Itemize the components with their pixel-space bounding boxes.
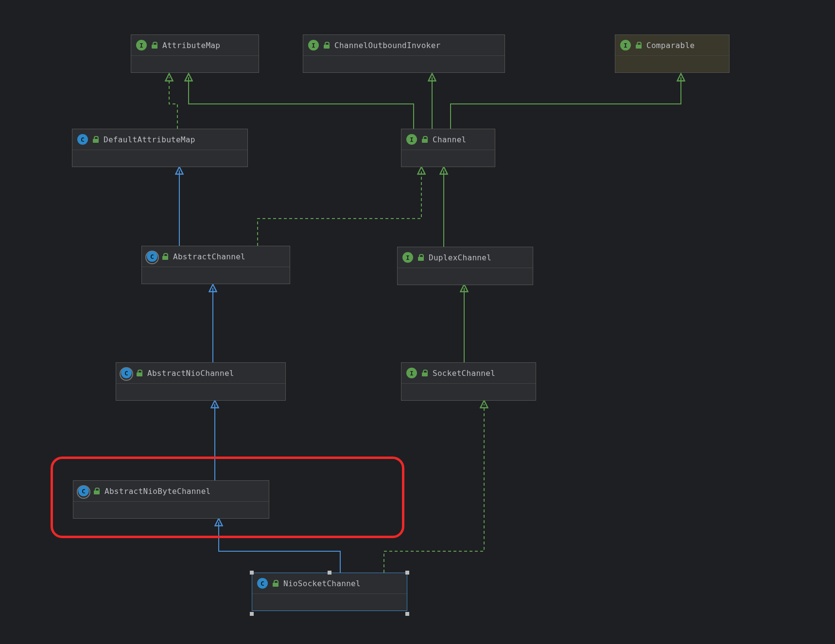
node-label: AbstractNioByteChannel xyxy=(104,487,211,496)
interface-icon: I xyxy=(620,40,631,51)
lock-icon xyxy=(418,254,424,261)
node-label: ChannelOutboundInvoker xyxy=(334,41,441,50)
node-abstractniochannel[interactable]: C AbstractNioChannel xyxy=(116,362,286,401)
node-label: Comparable xyxy=(646,41,695,50)
node-channeloutboundinvoker[interactable]: I ChannelOutboundInvoker xyxy=(303,34,505,73)
edge-defaultattributemap-attributemap xyxy=(169,77,177,129)
node-label: SocketChannel xyxy=(433,369,495,378)
edge-abstractchannel-channel xyxy=(258,170,421,246)
node-defaultattributemap[interactable]: C DefaultAttributeMap xyxy=(72,129,248,167)
node-label: DefaultAttributeMap xyxy=(104,135,195,144)
interface-icon: I xyxy=(402,252,413,263)
lock-icon xyxy=(93,136,99,143)
abstract-class-icon: C xyxy=(78,486,89,496)
lock-icon xyxy=(273,580,278,587)
selection-handle[interactable] xyxy=(250,612,254,616)
lock-icon xyxy=(324,42,330,49)
node-label: DuplexChannel xyxy=(429,253,491,262)
class-icon: C xyxy=(77,134,88,145)
abstract-class-icon: C xyxy=(121,368,132,378)
interface-icon: I xyxy=(136,40,147,51)
diagram-canvas[interactable]: I AttributeMap I ChannelOutboundInvoker … xyxy=(0,0,835,644)
node-abstractniobytechannel[interactable]: C AbstractNioByteChannel xyxy=(73,480,269,519)
selection-handle[interactable] xyxy=(328,571,331,575)
node-label: AbstractNioChannel xyxy=(147,369,234,378)
node-socketchannel[interactable]: I SocketChannel xyxy=(401,362,536,401)
node-label: AttributeMap xyxy=(162,41,220,50)
class-icon: C xyxy=(257,578,268,589)
interface-icon: I xyxy=(406,134,417,145)
lock-icon xyxy=(422,136,428,143)
selection-handle[interactable] xyxy=(250,571,254,575)
lock-icon xyxy=(94,488,100,494)
lock-icon xyxy=(422,370,428,376)
node-attributemap[interactable]: I AttributeMap xyxy=(131,34,259,73)
selection-handle[interactable] xyxy=(405,571,409,575)
edge-channel-comparable xyxy=(451,77,681,129)
node-channel[interactable]: I Channel xyxy=(401,129,495,167)
lock-icon xyxy=(162,253,168,260)
lock-icon xyxy=(636,42,642,49)
edge-layer xyxy=(0,0,835,644)
selection-handle[interactable] xyxy=(405,612,409,616)
node-abstractchannel[interactable]: C AbstractChannel xyxy=(141,246,290,284)
edge-channel-attributemap xyxy=(189,77,414,129)
node-comparable[interactable]: I Comparable xyxy=(615,34,730,73)
node-label: NioSocketChannel xyxy=(283,579,361,588)
interface-icon: I xyxy=(308,40,319,51)
node-duplexchannel[interactable]: I DuplexChannel xyxy=(397,247,533,285)
node-label: AbstractChannel xyxy=(173,252,245,261)
abstract-class-icon: C xyxy=(147,251,157,262)
interface-icon: I xyxy=(406,368,417,378)
node-label: Channel xyxy=(433,135,467,144)
lock-icon xyxy=(137,370,142,376)
node-niosocketchannel[interactable]: C NioSocketChannel xyxy=(252,573,407,611)
lock-icon xyxy=(152,42,157,49)
